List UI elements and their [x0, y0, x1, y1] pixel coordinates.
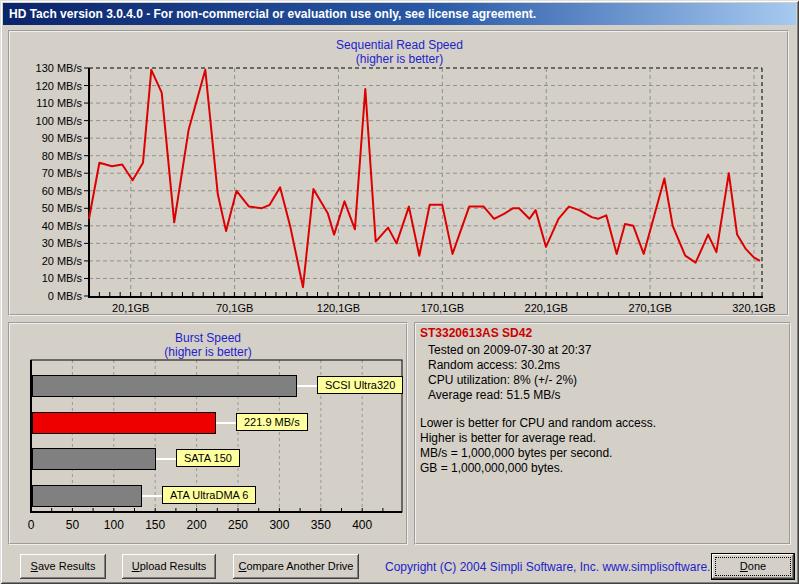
tested-on-line: Tested on 2009-07-30 at 20:37: [420, 343, 786, 358]
sequential-read-chart: [86, 64, 766, 300]
done-button-label: Done: [740, 560, 766, 572]
note-gb-definition: GB = 1,000,000,000 bytes.: [420, 461, 786, 476]
note-lower-better: Lower is better for CPU and random acces…: [420, 416, 786, 431]
drive-info-content: ST3320613AS SD42 Tested on 2009-07-30 at…: [420, 326, 786, 476]
done-button[interactable]: Done: [711, 553, 795, 580]
note-higher-better: Higher is better for average read.: [420, 431, 786, 446]
random-access-line: Random access: 30.2ms: [420, 358, 786, 373]
copyright-text: Copyright (C) 2004 Simpli Software, Inc.…: [385, 560, 733, 574]
cpu-utilization-line: CPU utilization: 8% (+/- 2%): [420, 373, 786, 388]
note-mbs-definition: MB/s = 1,000,000 bytes per second.: [420, 446, 786, 461]
save-results-button[interactable]: Save Results: [20, 554, 106, 579]
upload-results-button[interactable]: Upload Results: [122, 554, 216, 579]
hdtach-window: HD Tach version 3.0.4.0 - For non-commer…: [0, 0, 799, 584]
burst-speed-chart: [28, 356, 406, 536]
average-read-line: Average read: 51.5 MB/s: [420, 388, 786, 403]
window-title: HD Tach version 3.0.4.0 - For non-commer…: [9, 7, 536, 21]
compare-another-drive-button[interactable]: Compare Another Drive: [233, 554, 359, 579]
title-bar[interactable]: HD Tach version 3.0.4.0 - For non-commer…: [3, 3, 796, 25]
drive-model: ST3320613AS SD42: [420, 326, 786, 341]
